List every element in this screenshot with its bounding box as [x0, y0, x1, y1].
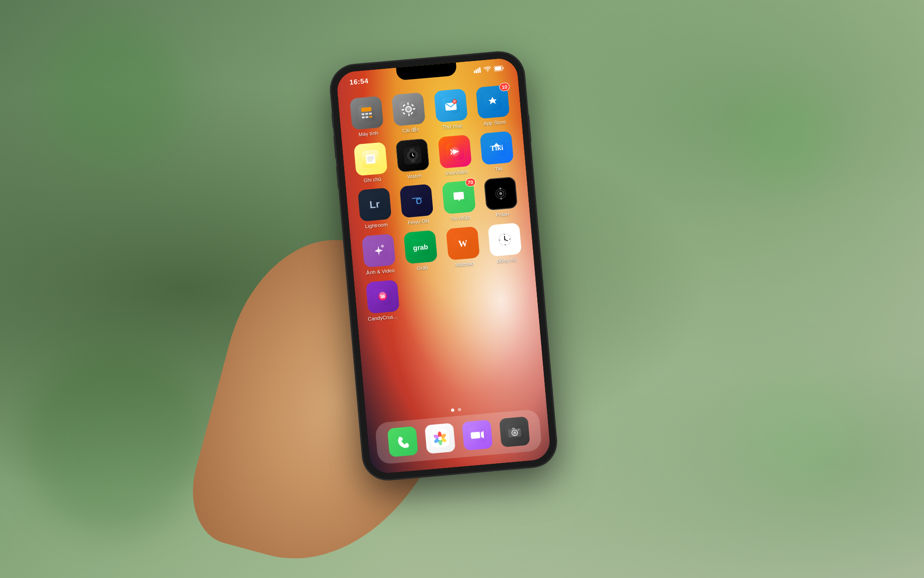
app-ghi-chu[interactable]: Ghi chú	[351, 142, 390, 184]
svg-line-32	[367, 161, 372, 161]
app-watch[interactable]: Watch	[394, 138, 433, 180]
app-dong-ho[interactable]: Đồng hồ	[486, 222, 525, 265]
svg-text:Lr: Lr	[369, 198, 381, 211]
svg-rect-1	[475, 69, 477, 73]
wifi-icon	[484, 66, 492, 74]
svg-text:W: W	[458, 238, 468, 249]
svg-text:grab: grab	[413, 243, 429, 252]
svg-rect-5	[495, 66, 502, 70]
app-cai-dat[interactable]: Cài đặt	[389, 92, 429, 135]
dock-phone[interactable]	[387, 426, 418, 457]
svg-rect-12	[365, 116, 368, 118]
svg-text:36: 36	[380, 294, 385, 299]
app-lightroom[interactable]: Lr Lightroom	[355, 187, 395, 230]
battery-icon	[494, 65, 505, 73]
bokeh-1	[46, 23, 185, 162]
app-vivavideo[interactable]: VivaVideo	[436, 135, 475, 177]
empty-slot-3	[490, 269, 529, 311]
app-label-polarr: Polarr	[496, 211, 510, 218]
svg-rect-2	[477, 68, 479, 73]
dock-photos[interactable]	[424, 423, 455, 454]
app-label-wattpad: Wattpad	[455, 260, 474, 267]
app-tin-nhan[interactable]: 70 Tin nhắn	[439, 180, 479, 222]
page-dot-2	[458, 408, 462, 412]
app-thu-muc[interactable]: Thư mục	[432, 88, 471, 131]
badge-tin-nhan: 70	[465, 178, 476, 187]
volume-down-button	[336, 166, 340, 189]
empty-slot-1	[406, 276, 445, 318]
app-label-cai-dat: Cài đặt	[402, 127, 419, 134]
app-polarr[interactable]: Polarr	[482, 176, 521, 219]
app-grid: Máy tính	[343, 80, 533, 326]
app-label-dong-ho: Đồng hồ	[497, 257, 517, 264]
phone-screen: 16:54	[336, 57, 552, 475]
bokeh-3	[23, 347, 208, 532]
status-icons	[474, 65, 505, 74]
status-time: 16:54	[349, 76, 369, 86]
app-label-grab: Grab	[417, 264, 428, 271]
app-label-vivavideo: VivaVideo	[445, 169, 468, 176]
page-dot-1	[451, 408, 455, 412]
svg-rect-85	[470, 432, 480, 439]
dock-facetime[interactable]	[462, 419, 492, 450]
mute-button	[331, 113, 334, 128]
empty-slot-2	[448, 272, 487, 314]
svg-rect-9	[365, 113, 368, 115]
app-label-lightroom: Lightroom	[365, 221, 388, 229]
app-wattpad[interactable]: W Wattpad	[444, 226, 483, 269]
svg-rect-11	[362, 117, 365, 119]
app-label-may-tinh: Máy tính	[359, 130, 378, 137]
app-candy-crush[interactable]: 36 CandyCrushSa...	[364, 280, 403, 322]
app-label-feiyu: Feiyu ON	[407, 218, 429, 225]
app-grab[interactable]: grab Grab	[401, 230, 441, 272]
scene-container: 16:54	[254, 35, 670, 543]
badge-app-store: 10	[499, 82, 510, 92]
svg-rect-91	[512, 428, 515, 430]
phone-body: 16:54	[329, 50, 559, 481]
app-label-ghi-chu: Ghi chú	[364, 176, 382, 183]
app-label-anh-video: Ảnh & Video	[366, 267, 395, 276]
dock-camera[interactable]	[499, 416, 530, 447]
app-anh-video[interactable]: Ảnh & Video	[359, 234, 399, 276]
app-feiyu[interactable]: Feiyu ON	[397, 184, 437, 226]
app-label-tin-nhan: Tin nhắn	[450, 215, 471, 222]
bokeh-4	[739, 370, 855, 486]
svg-rect-13	[369, 116, 372, 118]
app-label-candy-crush: CandyCrushSa...	[368, 313, 401, 321]
svg-rect-8	[361, 113, 364, 116]
svg-rect-0	[474, 70, 475, 73]
svg-rect-3	[479, 67, 481, 73]
app-may-tinh[interactable]: Máy tính	[347, 96, 387, 138]
svg-rect-10	[369, 112, 371, 115]
power-button	[527, 115, 531, 142]
app-app-store[interactable]: 10 App Store	[474, 85, 513, 127]
svg-point-15	[406, 106, 412, 112]
app-tiki[interactable]: Tiki Tiki	[478, 131, 517, 173]
app-label-app-store: App Store	[483, 119, 506, 126]
app-label-tiki: Tiki	[495, 166, 503, 172]
app-label-thu-muc: Thư mục	[442, 123, 463, 130]
svg-rect-7	[361, 107, 371, 112]
signal-icon	[474, 67, 481, 74]
app-label-watch: Watch	[407, 172, 422, 179]
bokeh-2	[739, 92, 832, 185]
volume-up-button	[334, 136, 337, 159]
